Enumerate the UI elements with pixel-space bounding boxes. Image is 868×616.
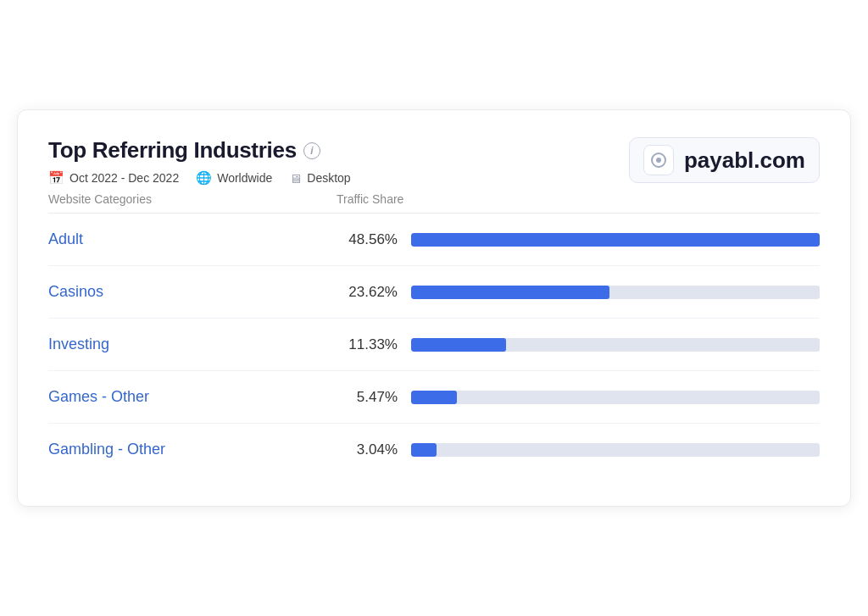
bar-fill — [411, 443, 437, 457]
table-header: Website Categories Traffic Share — [48, 192, 820, 214]
main-title: Top Referring Industries — [48, 137, 297, 164]
category-name[interactable]: Games - Other — [48, 388, 337, 406]
traffic-cell: 3.04% — [337, 441, 820, 458]
bar-container — [411, 233, 820, 247]
table-body: Adult 48.56% Casinos 23.62% Investing 11… — [48, 214, 820, 475]
meta-row: 📅 Oct 2022 - Dec 2022 🌐 Worldwide 🖥 Desk… — [48, 170, 351, 186]
category-name[interactable]: Casinos — [48, 283, 337, 301]
traffic-cell: 5.47% — [337, 389, 820, 406]
traffic-pct: 3.04% — [337, 441, 398, 458]
meta-date: 📅 Oct 2022 - Dec 2022 — [48, 170, 179, 186]
main-card: Top Referring Industries i 📅 Oct 2022 - … — [17, 109, 851, 507]
traffic-pct: 11.33% — [337, 336, 398, 353]
globe-icon: 🌐 — [196, 170, 212, 186]
table-row: Casinos 23.62% — [48, 266, 820, 319]
info-icon[interactable]: i — [303, 142, 320, 159]
traffic-cell: 11.33% — [337, 336, 820, 353]
bar-container — [411, 338, 820, 352]
col-category-header: Website Categories — [48, 192, 337, 206]
meta-device: 🖥 Desktop — [289, 171, 350, 186]
traffic-pct: 48.56% — [337, 231, 398, 248]
brand-name: payabl.com — [684, 147, 805, 174]
table-row: Investing 11.33% — [48, 319, 820, 371]
traffic-pct: 5.47% — [337, 389, 398, 406]
category-name[interactable]: Investing — [48, 336, 337, 353]
bar-fill — [411, 338, 506, 352]
meta-region: 🌐 Worldwide — [196, 170, 272, 186]
table-row: Games - Other 5.47% — [48, 371, 820, 424]
bar-fill — [411, 391, 457, 404]
bar-container — [411, 391, 820, 404]
bar-fill — [411, 286, 609, 299]
calendar-icon: 📅 — [48, 170, 64, 186]
brand-block: payabl.com — [629, 137, 820, 183]
bar-container — [411, 286, 820, 299]
bar-container — [411, 443, 820, 457]
traffic-cell: 48.56% — [337, 231, 820, 248]
category-name[interactable]: Gambling - Other — [48, 441, 337, 458]
date-range-text: Oct 2022 - Dec 2022 — [70, 171, 179, 185]
category-name[interactable]: Adult — [48, 230, 337, 248]
col-traffic-header: Traffic Share — [337, 192, 820, 206]
traffic-cell: 23.62% — [337, 284, 820, 301]
title-row: Top Referring Industries i — [48, 137, 351, 164]
card-header: Top Referring Industries i 📅 Oct 2022 - … — [48, 137, 820, 186]
title-block: Top Referring Industries i 📅 Oct 2022 - … — [48, 137, 351, 186]
traffic-pct: 23.62% — [337, 284, 398, 301]
device-text: Desktop — [307, 171, 350, 185]
table-row: Adult 48.56% — [48, 214, 820, 266]
bar-fill — [411, 233, 820, 247]
table-row: Gambling - Other 3.04% — [48, 424, 820, 475]
desktop-icon: 🖥 — [289, 171, 302, 186]
brand-icon — [651, 153, 666, 168]
brand-icon-wrap — [643, 145, 674, 175]
region-text: Worldwide — [217, 171, 272, 185]
